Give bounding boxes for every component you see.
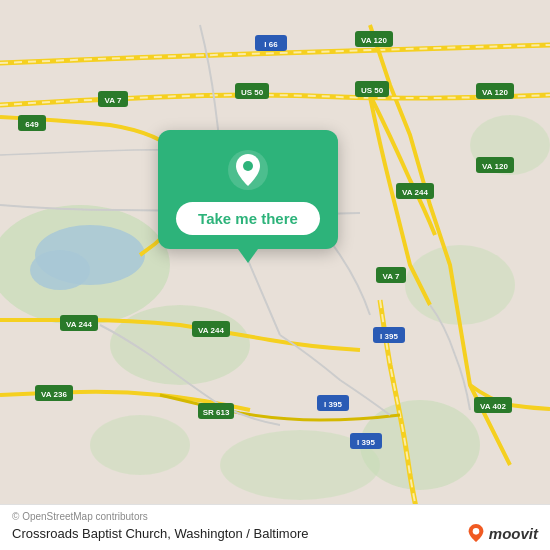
- svg-point-47: [243, 161, 253, 171]
- svg-text:I 395: I 395: [357, 438, 375, 447]
- svg-point-48: [473, 528, 480, 535]
- location-pin-icon: [226, 148, 270, 192]
- svg-text:VA 120: VA 120: [482, 88, 508, 97]
- svg-text:VA 7: VA 7: [105, 96, 122, 105]
- bottom-bar: © OpenStreetMap contributors Crossroads …: [0, 504, 550, 550]
- moovit-pin-icon: [467, 524, 485, 542]
- map-background: I 66 VA 120 VA 7 US 50 US 50 VA 120 649 …: [0, 0, 550, 550]
- svg-point-6: [90, 415, 190, 475]
- attribution-text: © OpenStreetMap contributors: [12, 511, 538, 522]
- moovit-logo: moovit: [467, 524, 538, 542]
- svg-text:VA 120: VA 120: [361, 36, 387, 45]
- svg-text:VA 120: VA 120: [482, 162, 508, 171]
- svg-text:VA 236: VA 236: [41, 390, 67, 399]
- moovit-brand-text: moovit: [489, 525, 538, 542]
- svg-text:VA 402: VA 402: [480, 402, 506, 411]
- popup-card: Take me there: [158, 130, 338, 249]
- map-container: I 66 VA 120 VA 7 US 50 US 50 VA 120 649 …: [0, 0, 550, 550]
- svg-text:I 395: I 395: [380, 332, 398, 341]
- svg-text:US 50: US 50: [361, 86, 384, 95]
- svg-text:I 66: I 66: [264, 40, 278, 49]
- location-name: Crossroads Baptist Church, Washington / …: [12, 526, 308, 541]
- svg-text:649: 649: [25, 120, 39, 129]
- svg-text:SR 613: SR 613: [203, 408, 230, 417]
- svg-point-2: [110, 305, 250, 385]
- svg-text:VA 244: VA 244: [66, 320, 92, 329]
- svg-point-9: [30, 250, 90, 290]
- take-me-there-button[interactable]: Take me there: [176, 202, 320, 235]
- svg-text:I 395: I 395: [324, 400, 342, 409]
- svg-text:US 50: US 50: [241, 88, 264, 97]
- svg-text:VA 244: VA 244: [198, 326, 224, 335]
- svg-text:VA 244: VA 244: [402, 188, 428, 197]
- svg-text:VA 7: VA 7: [383, 272, 400, 281]
